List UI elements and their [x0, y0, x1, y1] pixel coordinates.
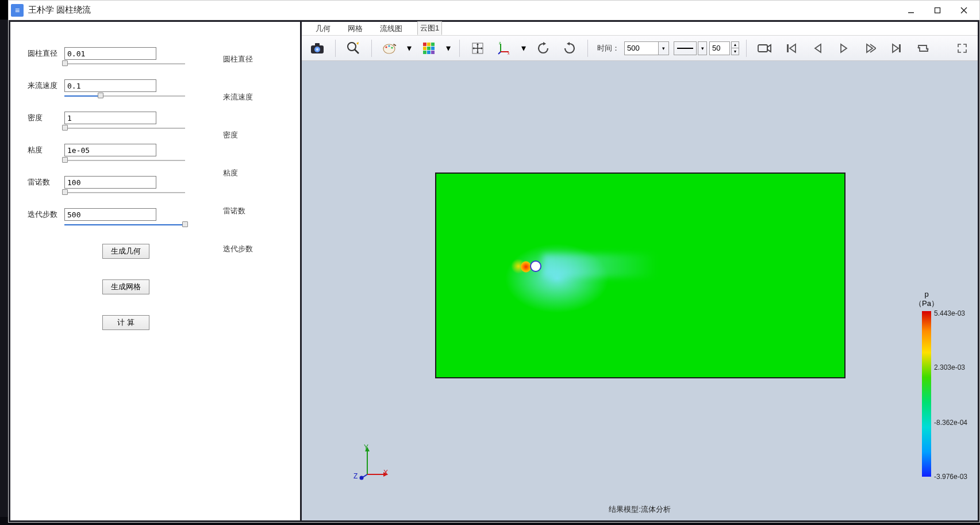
tab-streamline[interactable]: 流线图	[378, 22, 405, 35]
svg-rect-31	[787, 44, 789, 52]
param-label: 迭代步数	[28, 209, 64, 220]
tab-contour[interactable]: 云图1	[417, 21, 442, 35]
expand-icon[interactable]	[951, 39, 973, 58]
view-tabs: 几何 网格 流线图 云图1	[302, 22, 978, 36]
minimize-button[interactable]	[898, 1, 924, 20]
app-icon: ≡	[11, 4, 24, 17]
camera-icon[interactable]	[306, 39, 328, 58]
rotate-ccw-icon[interactable]	[559, 39, 581, 58]
compute-button[interactable]: 计 算	[102, 315, 149, 330]
window-title: 王朴学 圆柱绕流	[28, 5, 898, 16]
svg-point-12	[388, 45, 390, 47]
axis-x-label: X	[383, 469, 388, 477]
stepper-up-icon[interactable]: ▴	[731, 41, 739, 48]
svg-point-13	[391, 47, 393, 48]
palette-icon[interactable]	[379, 39, 401, 58]
viscosity-slider[interactable]	[64, 159, 185, 162]
titlebar: ≡ 王朴学 圆柱绕流	[9, 1, 979, 20]
thickness-input[interactable]	[709, 41, 730, 55]
svg-point-8	[348, 43, 356, 51]
svg-rect-1	[935, 7, 940, 13]
record-icon[interactable]	[754, 39, 775, 58]
svg-point-11	[385, 46, 387, 48]
svg-line-36	[363, 474, 367, 477]
svg-text:x: x	[508, 51, 510, 55]
play-icon[interactable]	[833, 39, 855, 58]
line-thickness-control[interactable]: ▾ ▴ ▾	[674, 41, 739, 55]
legend-variable: p	[895, 290, 958, 298]
colormap-icon[interactable]	[418, 39, 440, 58]
stepper-down-icon[interactable]: ▾	[731, 48, 739, 55]
colormap-dropdown-icon[interactable]: ▾	[444, 39, 452, 58]
density-slider[interactable]	[64, 127, 185, 130]
param-label: 密度	[28, 113, 64, 123]
first-frame-icon[interactable]	[780, 39, 802, 58]
velocity-slider[interactable]	[64, 94, 185, 98]
svg-rect-5	[315, 43, 320, 46]
generate-geometry-button[interactable]: 生成几何	[102, 244, 149, 259]
generate-mesh-button[interactable]: 生成网格	[102, 279, 149, 294]
density-input[interactable]	[64, 112, 156, 124]
svg-rect-23	[431, 51, 435, 54]
axis-y-label: Y	[364, 443, 368, 451]
chevron-down-icon[interactable]: ▾	[698, 41, 707, 55]
legend-unit: （Pa）	[895, 298, 958, 309]
reynolds-input[interactable]	[64, 176, 156, 189]
svg-rect-15	[423, 43, 426, 46]
time-input[interactable]	[624, 41, 659, 55]
main-window: ≡ 王朴学 圆柱绕流 圆柱直径 来流速度	[8, 0, 980, 523]
legend-tick: 2.303e-03	[934, 363, 965, 371]
chevron-down-icon[interactable]: ▾	[659, 41, 669, 55]
side-label-column: 圆柱直径 来流速度 密度 粘度 雷诺数 迭代步数	[223, 54, 253, 282]
diameter-slider[interactable]	[64, 62, 185, 66]
side-label: 雷诺数	[223, 206, 253, 244]
legend-ticks: 5.443e-03 2.303e-03 -8.362e-04 -3.976e-0…	[934, 313, 978, 478]
param-label: 雷诺数	[28, 177, 64, 187]
prev-frame-icon[interactable]	[806, 39, 828, 58]
legend-tick: -8.362e-04	[934, 419, 967, 427]
svg-rect-19	[427, 47, 431, 50]
steps-slider[interactable]	[64, 223, 185, 227]
move-icon[interactable]	[467, 39, 489, 58]
svg-text:z: z	[499, 41, 501, 45]
maximize-button[interactable]	[924, 1, 951, 20]
parameter-panel: 圆柱直径 来流速度 密度 粘度	[9, 20, 302, 522]
zoom-icon[interactable]	[343, 39, 364, 58]
svg-rect-21	[423, 51, 426, 54]
desktop-left-strip	[0, 20, 8, 517]
svg-point-7	[316, 48, 318, 50]
tab-mesh[interactable]: 网格	[345, 22, 365, 35]
diameter-input[interactable]	[64, 47, 156, 60]
velocity-input[interactable]	[64, 79, 156, 92]
loop-icon[interactable]	[912, 39, 934, 58]
axes-dropdown-icon[interactable]: ▾	[520, 39, 528, 58]
status-text: 结果模型:流体分析	[609, 504, 671, 515]
svg-rect-30	[758, 45, 767, 52]
steps-input[interactable]	[64, 208, 156, 221]
svg-line-9	[355, 49, 359, 53]
axis-gizmo: Y X Z	[351, 443, 391, 484]
side-label: 圆柱直径	[223, 54, 253, 92]
viewport[interactable]: Y X Z 结果模型:流体分析 p （Pa） 5.443e-03 2.303e-…	[302, 61, 978, 520]
side-label: 迭代步数	[223, 244, 253, 282]
legend-tick: 5.443e-03	[934, 309, 965, 317]
time-label: 时间：	[597, 43, 620, 53]
last-frame-icon[interactable]	[886, 39, 908, 58]
tab-geometry[interactable]: 几何	[313, 22, 333, 35]
svg-rect-20	[431, 47, 435, 50]
rotate-cw-icon[interactable]	[532, 39, 554, 58]
axes-icon[interactable]: zx	[493, 39, 515, 58]
cylinder-icon	[530, 260, 541, 272]
legend-tick: -3.976e-03	[934, 473, 967, 481]
close-button[interactable]	[951, 1, 977, 20]
side-label: 粘度	[223, 168, 253, 206]
visualization-area: 几何 网格 流线图 云图1 ▾	[302, 20, 979, 522]
time-dropdown[interactable]: ▾	[624, 41, 669, 55]
next-frame-icon[interactable]	[859, 39, 881, 58]
reynolds-slider[interactable]	[64, 191, 185, 194]
action-buttons: 生成几何 生成网格 计 算	[102, 244, 283, 330]
svg-rect-17	[431, 43, 435, 46]
palette-dropdown-icon[interactable]: ▾	[405, 39, 413, 58]
side-label: 密度	[223, 130, 253, 168]
viscosity-input[interactable]	[64, 144, 156, 156]
